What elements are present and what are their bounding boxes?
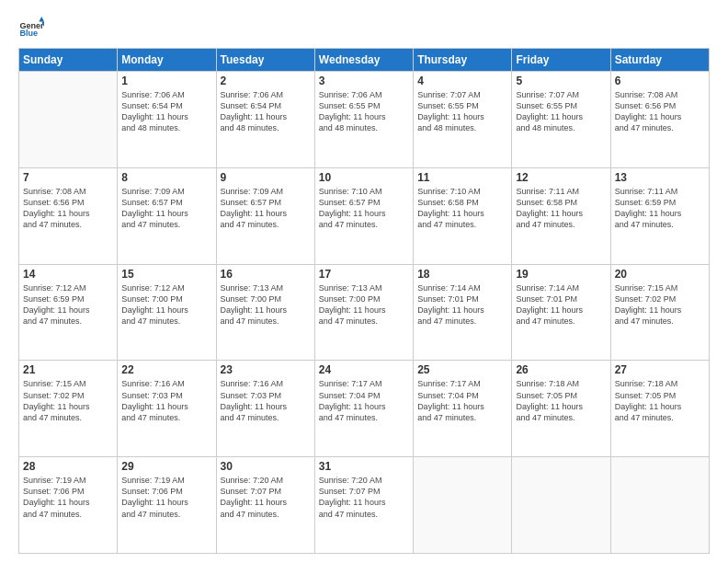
day-number: 14 (23, 268, 113, 281)
calendar-week-row: 14Sunrise: 7:12 AM Sunset: 6:59 PM Dayli… (19, 264, 710, 361)
day-number: 31 (319, 460, 409, 473)
calendar-cell (414, 457, 512, 554)
calendar-cell: 30Sunrise: 7:20 AM Sunset: 7:07 PM Dayli… (216, 457, 314, 554)
calendar-cell: 19Sunrise: 7:14 AM Sunset: 7:01 PM Dayli… (512, 264, 610, 361)
day-info: Sunrise: 7:09 AM Sunset: 6:57 PM Dayligh… (221, 186, 311, 231)
day-number: 3 (319, 75, 409, 87)
day-number: 9 (221, 171, 311, 184)
day-info: Sunrise: 7:12 AM Sunset: 7:00 PM Dayligh… (121, 282, 211, 327)
calendar-cell: 25Sunrise: 7:17 AM Sunset: 7:04 PM Dayli… (414, 361, 512, 457)
calendar-cell: 22Sunrise: 7:16 AM Sunset: 7:03 PM Dayli… (118, 361, 216, 457)
calendar-cell (19, 72, 118, 168)
calendar-cell: 7Sunrise: 7:08 AM Sunset: 6:56 PM Daylig… (19, 167, 118, 264)
day-number: 24 (319, 363, 409, 376)
day-info: Sunrise: 7:12 AM Sunset: 6:59 PM Dayligh… (23, 282, 113, 327)
day-info: Sunrise: 7:07 AM Sunset: 6:55 PM Dayligh… (417, 89, 507, 134)
day-number: 7 (23, 171, 113, 184)
calendar-cell: 8Sunrise: 7:09 AM Sunset: 6:57 PM Daylig… (118, 167, 216, 264)
day-info: Sunrise: 7:16 AM Sunset: 7:03 PM Dayligh… (221, 378, 311, 423)
day-info: Sunrise: 7:16 AM Sunset: 7:03 PM Dayligh… (121, 378, 211, 423)
day-info: Sunrise: 7:08 AM Sunset: 6:56 PM Dayligh… (23, 186, 113, 231)
weekday-header: Wednesday (314, 49, 413, 72)
day-info: Sunrise: 7:18 AM Sunset: 7:05 PM Dayligh… (516, 378, 606, 423)
calendar-cell: 12Sunrise: 7:11 AM Sunset: 6:58 PM Dayli… (512, 167, 610, 264)
svg-marker-2 (39, 17, 44, 22)
day-info: Sunrise: 7:06 AM Sunset: 6:54 PM Dayligh… (121, 89, 211, 134)
day-number: 8 (121, 171, 211, 184)
header: General Blue (18, 17, 710, 42)
day-number: 6 (615, 75, 705, 87)
day-number: 10 (319, 171, 409, 184)
calendar-header-row: SundayMondayTuesdayWednesdayThursdayFrid… (19, 49, 710, 72)
day-number: 29 (121, 460, 211, 473)
calendar-cell: 18Sunrise: 7:14 AM Sunset: 7:01 PM Dayli… (414, 264, 512, 361)
day-number: 15 (121, 268, 211, 281)
day-number: 20 (615, 268, 705, 281)
calendar-cell: 28Sunrise: 7:19 AM Sunset: 7:06 PM Dayli… (19, 457, 118, 554)
day-number: 18 (417, 268, 507, 281)
day-info: Sunrise: 7:20 AM Sunset: 7:07 PM Dayligh… (319, 475, 409, 520)
weekday-header: Saturday (610, 49, 709, 72)
calendar-cell: 13Sunrise: 7:11 AM Sunset: 6:59 PM Dayli… (610, 167, 709, 264)
day-info: Sunrise: 7:18 AM Sunset: 7:05 PM Dayligh… (615, 378, 705, 423)
day-info: Sunrise: 7:13 AM Sunset: 7:00 PM Dayligh… (319, 282, 409, 327)
calendar-cell: 6Sunrise: 7:08 AM Sunset: 6:56 PM Daylig… (610, 72, 709, 168)
calendar-cell (512, 457, 610, 554)
calendar-cell: 10Sunrise: 7:10 AM Sunset: 6:57 PM Dayli… (314, 167, 413, 264)
calendar-cell: 31Sunrise: 7:20 AM Sunset: 7:07 PM Dayli… (314, 457, 413, 554)
calendar-cell: 15Sunrise: 7:12 AM Sunset: 7:00 PM Dayli… (118, 264, 216, 361)
calendar-cell: 2Sunrise: 7:06 AM Sunset: 6:54 PM Daylig… (216, 72, 314, 168)
day-number: 5 (516, 75, 606, 87)
day-info: Sunrise: 7:08 AM Sunset: 6:56 PM Dayligh… (615, 89, 705, 134)
calendar-cell: 23Sunrise: 7:16 AM Sunset: 7:03 PM Dayli… (216, 361, 314, 457)
day-number: 1 (121, 75, 211, 87)
day-number: 11 (417, 171, 507, 184)
logo-icon: General Blue (18, 17, 44, 42)
day-info: Sunrise: 7:11 AM Sunset: 6:59 PM Dayligh… (615, 186, 705, 231)
day-info: Sunrise: 7:19 AM Sunset: 7:06 PM Dayligh… (23, 475, 113, 520)
logo: General Blue (18, 17, 44, 42)
day-info: Sunrise: 7:06 AM Sunset: 6:54 PM Dayligh… (221, 89, 311, 134)
day-info: Sunrise: 7:07 AM Sunset: 6:55 PM Dayligh… (516, 89, 606, 134)
day-info: Sunrise: 7:15 AM Sunset: 7:02 PM Dayligh… (615, 282, 705, 327)
calendar-cell: 26Sunrise: 7:18 AM Sunset: 7:05 PM Dayli… (512, 361, 610, 457)
day-info: Sunrise: 7:19 AM Sunset: 7:06 PM Dayligh… (121, 475, 211, 520)
day-info: Sunrise: 7:06 AM Sunset: 6:55 PM Dayligh… (319, 89, 409, 134)
calendar-cell: 21Sunrise: 7:15 AM Sunset: 7:02 PM Dayli… (19, 361, 118, 457)
day-number: 30 (221, 460, 311, 473)
svg-text:Blue: Blue (19, 29, 38, 38)
day-info: Sunrise: 7:10 AM Sunset: 6:57 PM Dayligh… (319, 186, 409, 231)
day-info: Sunrise: 7:13 AM Sunset: 7:00 PM Dayligh… (221, 282, 311, 327)
weekday-header: Monday (118, 49, 216, 72)
calendar-cell (610, 457, 709, 554)
day-number: 13 (615, 171, 705, 184)
day-number: 23 (221, 363, 311, 376)
day-info: Sunrise: 7:10 AM Sunset: 6:58 PM Dayligh… (417, 186, 507, 231)
day-number: 19 (516, 268, 606, 281)
weekday-header: Friday (512, 49, 610, 72)
calendar-cell: 11Sunrise: 7:10 AM Sunset: 6:58 PM Dayli… (414, 167, 512, 264)
calendar-week-row: 21Sunrise: 7:15 AM Sunset: 7:02 PM Dayli… (19, 361, 710, 457)
day-number: 21 (23, 363, 113, 376)
day-info: Sunrise: 7:11 AM Sunset: 6:58 PM Dayligh… (516, 186, 606, 231)
day-number: 28 (23, 460, 113, 473)
calendar-cell: 4Sunrise: 7:07 AM Sunset: 6:55 PM Daylig… (414, 72, 512, 168)
day-number: 12 (516, 171, 606, 184)
day-number: 4 (417, 75, 507, 87)
calendar-week-row: 7Sunrise: 7:08 AM Sunset: 6:56 PM Daylig… (19, 167, 710, 264)
weekday-header: Sunday (19, 49, 118, 72)
calendar-table: SundayMondayTuesdayWednesdayThursdayFrid… (18, 48, 710, 554)
calendar-cell: 29Sunrise: 7:19 AM Sunset: 7:06 PM Dayli… (118, 457, 216, 554)
day-number: 2 (221, 75, 311, 87)
day-number: 26 (516, 363, 606, 376)
day-info: Sunrise: 7:09 AM Sunset: 6:57 PM Dayligh… (121, 186, 211, 231)
calendar-cell: 14Sunrise: 7:12 AM Sunset: 6:59 PM Dayli… (19, 264, 118, 361)
calendar-week-row: 1Sunrise: 7:06 AM Sunset: 6:54 PM Daylig… (19, 72, 710, 168)
calendar-cell: 3Sunrise: 7:06 AM Sunset: 6:55 PM Daylig… (314, 72, 413, 168)
day-number: 17 (319, 268, 409, 281)
day-number: 27 (615, 363, 705, 376)
calendar-cell: 17Sunrise: 7:13 AM Sunset: 7:00 PM Dayli… (314, 264, 413, 361)
day-number: 25 (417, 363, 507, 376)
day-info: Sunrise: 7:14 AM Sunset: 7:01 PM Dayligh… (516, 282, 606, 327)
day-info: Sunrise: 7:17 AM Sunset: 7:04 PM Dayligh… (417, 378, 507, 423)
